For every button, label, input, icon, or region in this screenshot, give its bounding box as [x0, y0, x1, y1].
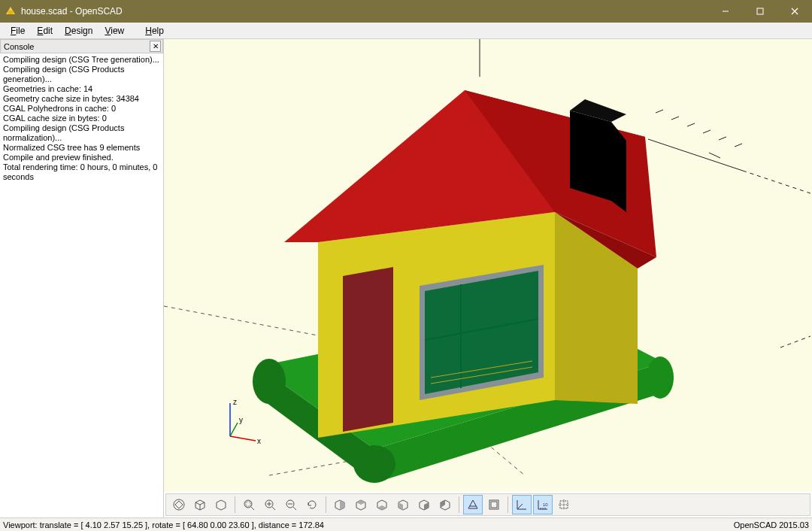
view-all-icon[interactable]	[239, 495, 259, 514]
status-bar: Viewport: translate = [ 4.10 2.57 15.25 …	[0, 517, 812, 531]
viewport-panel: z x y	[164, 39, 812, 517]
svg-line-16	[719, 137, 726, 140]
show-scale-icon[interactable]: 10	[533, 495, 553, 514]
svg-line-53	[272, 507, 275, 510]
version-label: OpenSCAD 2015.03	[734, 520, 809, 529]
svg-line-14	[687, 123, 695, 126]
view-back-icon[interactable]	[435, 495, 455, 514]
svg-line-48	[200, 502, 205, 505]
show-axes-icon[interactable]	[512, 495, 532, 514]
svg-point-24	[647, 357, 674, 399]
console-line: CGAL cache size in bytes: 0	[3, 114, 160, 123]
close-button[interactable]	[777, 0, 812, 23]
console-header[interactable]: Console ✕	[0, 39, 163, 53]
reset-view-icon[interactable]	[302, 495, 322, 514]
menu-edit[interactable]: Edit	[31, 24, 59, 38]
console-panel: Console ✕ Compiling design (CSG Tree gen…	[0, 39, 164, 517]
svg-line-17	[735, 144, 742, 147]
console-line: Compiling design (CSG Products generatio…	[3, 65, 160, 84]
console-output[interactable]: Compiling design (CSG Tree generation)..…	[0, 53, 163, 517]
console-line: Compiling design (CSG Products normaliza…	[3, 123, 160, 143]
console-title: Console	[4, 42, 34, 51]
menu-view[interactable]: View	[98, 24, 130, 38]
svg-marker-59	[340, 500, 344, 510]
svg-marker-33	[343, 267, 393, 432]
console-line: Geometries in cache: 14	[3, 84, 160, 94]
console-line: Compiling design (CSG Tree generation)..…	[3, 55, 160, 65]
view-left-icon[interactable]	[393, 495, 413, 514]
viewport-status: Viewport: translate = [ 4.10 2.57 15.25 …	[3, 520, 324, 529]
svg-rect-2	[757, 8, 763, 14]
svg-line-12	[656, 110, 663, 113]
view-top-icon[interactable]	[351, 495, 371, 514]
svg-line-70	[517, 504, 523, 509]
console-close-button[interactable]: ✕	[150, 41, 161, 52]
svg-text:10: 10	[543, 502, 548, 507]
svg-line-47	[195, 502, 200, 505]
svg-line-5	[164, 306, 322, 336]
window-title: house.scad - OpenSCAD	[21, 6, 123, 17]
minimize-button[interactable]	[708, 0, 743, 23]
svg-point-23	[353, 445, 395, 483]
zoom-in-icon[interactable]	[260, 495, 280, 514]
svg-marker-60	[356, 500, 365, 505]
svg-rect-67	[491, 502, 497, 508]
menu-bar: File Edit Design View Help	[0, 23, 812, 39]
svg-marker-63	[424, 502, 429, 510]
svg-line-10	[743, 171, 810, 193]
scene-render	[164, 39, 810, 492]
orthogonal-icon[interactable]	[484, 495, 504, 514]
menu-help[interactable]: Help	[139, 24, 170, 38]
preview-icon[interactable]	[169, 495, 189, 514]
maximize-button[interactable]	[743, 0, 777, 23]
svg-line-15	[703, 130, 710, 133]
svg-marker-30	[570, 111, 611, 201]
perspective-icon[interactable]	[463, 495, 483, 514]
svg-marker-61	[377, 505, 386, 510]
svg-marker-62	[398, 502, 403, 510]
svg-rect-0	[8, 11, 13, 14]
svg-line-11	[780, 336, 810, 347]
view-toolbar: 10	[165, 493, 810, 516]
svg-point-22	[253, 359, 286, 404]
3d-viewport[interactable]: z x y	[164, 39, 812, 492]
console-line: CGAL Polyhedrons in cache: 0	[3, 104, 160, 114]
svg-marker-64	[441, 500, 445, 508]
console-line: Normalized CSG tree has 9 elements	[3, 143, 160, 153]
svg-line-57	[293, 507, 296, 510]
console-line: Geometry cache size in bytes: 34384	[3, 94, 160, 104]
view-bottom-icon[interactable]	[372, 495, 392, 514]
wireframe-icon[interactable]	[211, 495, 231, 514]
svg-line-51	[251, 507, 254, 510]
svg-line-18	[709, 153, 720, 158]
view-right-icon[interactable]	[330, 495, 350, 514]
console-line: Compile and preview finished.	[3, 153, 160, 162]
title-bar: house.scad - OpenSCAD	[0, 0, 812, 23]
zoom-out-icon[interactable]	[281, 495, 301, 514]
app-icon	[5, 5, 17, 17]
show-crosshairs-icon[interactable]	[554, 495, 574, 514]
render-cube-icon[interactable]	[190, 495, 210, 514]
console-line: Total rendering time: 0 hours, 0 minutes…	[3, 162, 160, 182]
svg-line-13	[671, 117, 679, 120]
menu-file[interactable]: File	[5, 24, 31, 38]
view-front-icon[interactable]	[414, 495, 434, 514]
menu-design[interactable]: Design	[59, 24, 98, 38]
svg-line-9	[648, 139, 743, 171]
